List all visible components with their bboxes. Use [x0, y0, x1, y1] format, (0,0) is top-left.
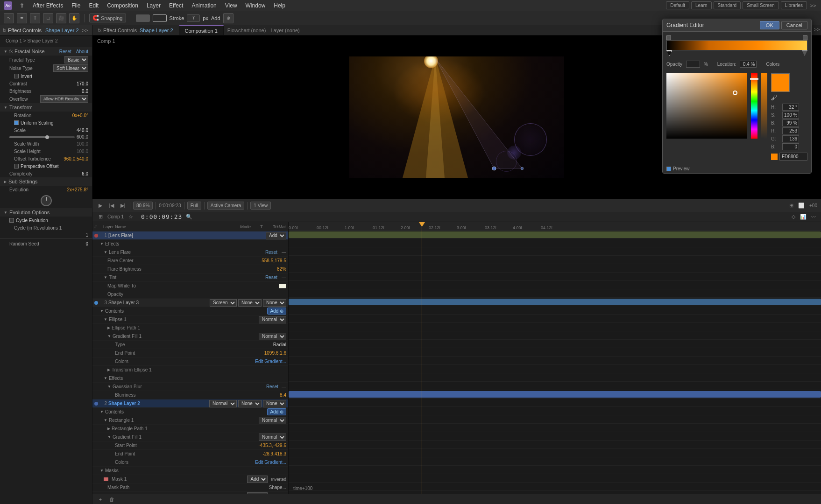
- ge-r-input[interactable]: [782, 127, 799, 134]
- panel-menu-btn[interactable]: >>: [81, 26, 89, 35]
- zoom-display[interactable]: 80.9%: [133, 202, 153, 210]
- end-point-value-2[interactable]: -28.9,418.3: [262, 451, 286, 456]
- gf2-mode[interactable]: Normal: [259, 434, 286, 441]
- menu-file[interactable]: File: [68, 1, 84, 10]
- select-tool[interactable]: ↖: [4, 13, 14, 23]
- layer-2-mode[interactable]: Normal: [209, 400, 237, 407]
- tl-motion-btn[interactable]: 〰: [809, 213, 817, 221]
- layer-1-mode[interactable]: Add: [266, 232, 286, 239]
- colors-row[interactable]: Colors Edit Gradient...: [92, 357, 288, 366]
- evolution-options-header[interactable]: ▼ Evolution Options: [0, 208, 92, 217]
- layer-2-none1[interactable]: None: [238, 400, 262, 407]
- mask-btn[interactable]: ⬜: [797, 202, 806, 210]
- gf1-mode[interactable]: Normal: [259, 333, 286, 340]
- mask-1-row[interactable]: Mask 1 Add Inverted: [92, 475, 288, 483]
- search-icon[interactable]: 🔍: [185, 213, 193, 221]
- rectangle-1-row[interactable]: ▼ Rectangle 1 Normal: [92, 416, 288, 425]
- gradient-strip[interactable]: [666, 40, 807, 50]
- workspace-menu-icon[interactable]: >>: [809, 1, 817, 10]
- random-seed-value[interactable]: 0: [85, 241, 88, 246]
- offset-turbulence-value[interactable]: 960.0,540.0: [64, 156, 88, 161]
- ge-hex-input[interactable]: [779, 153, 807, 161]
- camera-tool[interactable]: 🎥: [56, 13, 66, 23]
- fractal-noise-header[interactable]: ▼ fx Fractal Noise Reset About: [0, 47, 92, 56]
- rect-path-1-row[interactable]: ▶ Rectangle Path 1: [92, 425, 288, 433]
- cycle-evolution-checkbox[interactable]: [9, 218, 14, 223]
- scale-slider[interactable]: [9, 136, 75, 138]
- step-back-btn[interactable]: |◀: [107, 202, 116, 210]
- menu-animation[interactable]: Animation: [188, 1, 220, 10]
- menu-app[interactable]: After Effects: [29, 1, 67, 10]
- transform-ellipse-row[interactable]: ▶ Transform Ellipse 1: [92, 366, 288, 374]
- flare-brightness-value[interactable]: 82%: [277, 266, 286, 272]
- contents-row-3[interactable]: ▼ Contents Add ⊕: [92, 307, 288, 315]
- layer-row-2[interactable]: 2 Shape Layer 2 Normal None None: [92, 399, 288, 408]
- gaussian-blur-row[interactable]: ▼ Gaussian Blur Reset —: [92, 383, 288, 391]
- brightness-value[interactable]: 0.0: [82, 89, 88, 94]
- edit-gradient-2[interactable]: Edit Gradient...: [255, 460, 286, 465]
- snapping-area[interactable]: 🧲 Snapping: [89, 14, 126, 22]
- add-shape-btn[interactable]: ⊕: [223, 13, 234, 23]
- contrast-value[interactable]: 170.0: [77, 81, 88, 86]
- layer-row-3[interactable]: 3 Shape Layer 3 Screen None None: [92, 299, 288, 307]
- tab-composition[interactable]: Composition 1: [179, 25, 224, 35]
- color-stop-right[interactable]: [802, 50, 807, 56]
- masks-row[interactable]: ▼ Masks: [92, 467, 288, 475]
- gb-reset[interactable]: Reset: [266, 384, 278, 389]
- rect-mode[interactable]: Normal: [259, 417, 286, 424]
- ge-alpha-strip[interactable]: [761, 73, 767, 139]
- tint-effect-row[interactable]: ▼ Tint Reset —: [92, 273, 288, 282]
- ge-preview-checkbox[interactable]: [666, 167, 671, 171]
- menu-edit[interactable]: Edit: [85, 1, 102, 10]
- workspace-default[interactable]: Default: [666, 1, 689, 9]
- scale-value[interactable]: 440.0: [77, 128, 88, 133]
- comp-canvas[interactable]: [349, 56, 564, 178]
- about-fractal-noise[interactable]: About: [76, 49, 88, 54]
- ge-b-input[interactable]: [782, 119, 799, 126]
- edit-gradient-1[interactable]: Edit Gradient...: [255, 359, 286, 364]
- opacity-stop-2[interactable]: [803, 35, 807, 40]
- workspace-learn[interactable]: Learn: [691, 1, 712, 9]
- text-tool[interactable]: T: [30, 13, 40, 23]
- contents-row-2[interactable]: ▼ Contents Add ⊕: [92, 408, 288, 416]
- mask-path-1-value[interactable]: Shape...: [269, 485, 286, 490]
- add-btn-2[interactable]: Add ⊕: [267, 408, 286, 415]
- flare-brightness-row[interactable]: Flare Brightness 82%: [92, 265, 288, 273]
- start-point-value[interactable]: -435.3,-429.6: [259, 443, 287, 448]
- tl-graph-btn[interactable]: 📊: [799, 213, 807, 221]
- view-btn[interactable]: 1 View: [250, 202, 271, 210]
- ge-cancel-button[interactable]: Cancel: [781, 21, 807, 29]
- hand-tool[interactable]: ✋: [69, 13, 79, 23]
- evolution-dial[interactable]: [41, 195, 52, 206]
- menu-window[interactable]: Window: [242, 1, 269, 10]
- fill-swatch[interactable]: [136, 14, 150, 22]
- ge-b2-input[interactable]: [782, 143, 799, 150]
- shape-tool[interactable]: □: [43, 13, 53, 23]
- grad-fill-2-row[interactable]: ▼ Gradient Fill 1 Normal: [92, 433, 288, 441]
- trash-icon[interactable]: 🗑: [107, 495, 116, 504]
- menu-composition[interactable]: Composition: [103, 1, 142, 10]
- ellipse-1-mode[interactable]: Normal: [259, 316, 286, 323]
- step-fwd-btn[interactable]: ▶|: [119, 202, 127, 210]
- sub-settings-header[interactable]: ▶ Sub Settings: [0, 177, 92, 186]
- pen-tool[interactable]: ✒: [17, 13, 27, 23]
- ge-current-color[interactable]: [771, 73, 790, 92]
- colors-row-2[interactable]: Colors Edit Gradient...: [92, 458, 288, 467]
- complexity-value[interactable]: 6.0: [82, 171, 88, 176]
- stroke-swatch[interactable]: [153, 14, 167, 22]
- blurriness-value[interactable]: 8.4: [280, 392, 286, 398]
- color-stop-left[interactable]: [666, 50, 672, 56]
- tl-key-btn[interactable]: ◇: [789, 213, 798, 221]
- layer-3-none1[interactable]: None: [238, 299, 262, 307]
- effects-row-3[interactable]: ▼ Effects: [92, 374, 288, 383]
- overflow-select[interactable]: Allow HDR Results: [40, 95, 88, 103]
- perspective-offset-checkbox[interactable]: [14, 164, 19, 168]
- grid-btn[interactable]: ⊞: [787, 202, 795, 210]
- map-white-swatch[interactable]: [279, 284, 286, 288]
- play-btn[interactable]: ▶: [96, 202, 105, 210]
- blurriness-row[interactable]: Blurriness 8.4: [92, 391, 288, 399]
- transform-header[interactable]: ▼ Transform: [0, 103, 92, 112]
- workspace-standard[interactable]: Standard: [714, 1, 741, 9]
- ge-hue-strip[interactable]: [751, 73, 757, 139]
- track-bar-1[interactable]: [289, 231, 821, 238]
